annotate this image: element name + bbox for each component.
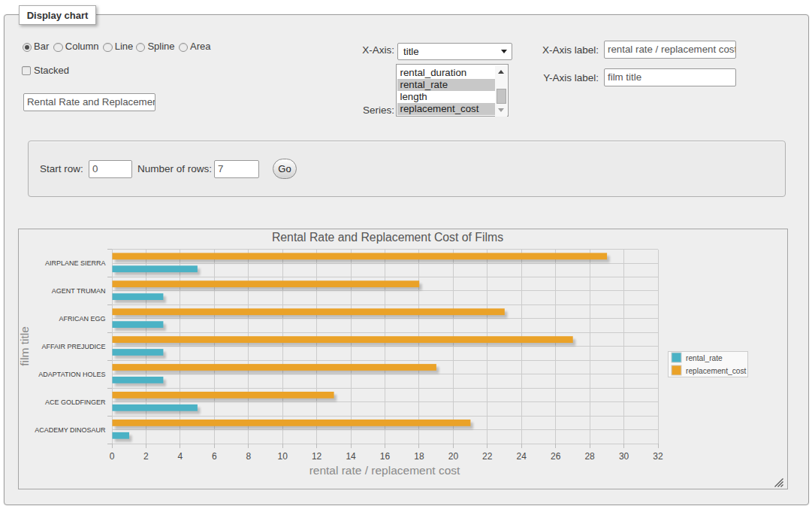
svg-text:18: 18 (414, 451, 424, 462)
svg-text:ACADEMY DINOSAUR: ACADEMY DINOSAUR (35, 426, 106, 434)
svg-text:AFRICAN EGG: AFRICAN EGG (59, 315, 105, 323)
svg-text:26: 26 (551, 451, 561, 462)
svg-text:22: 22 (482, 451, 493, 462)
svg-text:6: 6 (212, 451, 217, 462)
svg-text:24: 24 (517, 451, 527, 462)
svg-text:ACE GOLDFINGER: ACE GOLDFINGER (45, 398, 106, 406)
svg-text:rental_rate: rental_rate (686, 354, 723, 362)
svg-text:8: 8 (246, 451, 251, 462)
svg-text:AIRPLANE SIERRA: AIRPLANE SIERRA (45, 259, 106, 267)
svg-text:10: 10 (278, 451, 288, 462)
svg-text:16: 16 (380, 451, 391, 462)
svg-text:0: 0 (110, 451, 115, 462)
svg-text:AGENT TRUMAN: AGENT TRUMAN (52, 287, 106, 295)
svg-text:28: 28 (584, 451, 595, 462)
svg-text:replacement_cost: replacement_cost (686, 367, 747, 375)
svg-text:ADAPTATION HOLES: ADAPTATION HOLES (38, 371, 105, 378)
svg-text:14: 14 (346, 451, 356, 462)
svg-text:12: 12 (312, 451, 322, 462)
svg-text:Rental Rate and Replacement Co: Rental Rate and Replacement Cost of Film… (272, 231, 503, 244)
svg-text:rental rate / replacement cost: rental rate / replacement cost (309, 464, 460, 477)
svg-text:2: 2 (143, 451, 149, 462)
svg-text:20: 20 (448, 451, 459, 462)
svg-text:film title: film title (19, 326, 31, 366)
svg-text:4: 4 (178, 451, 183, 462)
svg-text:30: 30 (619, 451, 629, 462)
svg-text:AFFAIR PREJUDICE: AFFAIR PREJUDICE (41, 343, 105, 350)
svg-text:32: 32 (653, 451, 663, 462)
